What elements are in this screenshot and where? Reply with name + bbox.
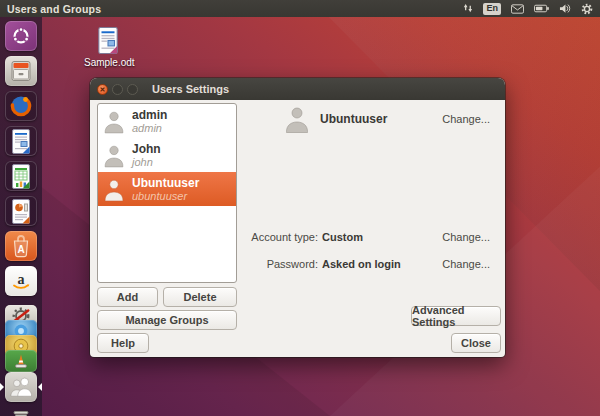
mail-icon[interactable] [511,0,524,17]
top-panel: Users and Groups En [0,0,600,17]
dialog-title: Users Settings [152,83,229,95]
change-user-button[interactable]: Change... [442,113,490,125]
indicator-area: En [462,0,593,17]
settings-gear-icon[interactable] [581,0,593,17]
window-close-button[interactable]: ✕ [97,84,108,95]
user-avatar-icon [103,177,125,202]
window-maximize-button[interactable] [127,84,138,95]
libreoffice-writer-icon[interactable] [5,126,37,156]
volume-icon[interactable] [559,0,571,17]
user-login: admin [132,122,167,134]
add-button[interactable]: Add [97,287,158,307]
svg-text:a: a [18,272,25,287]
user-login: john [132,156,161,168]
user-row-ubuntuuser-selected[interactable]: Ubuntuuser ubuntuuser [98,172,236,206]
ubuntu-dash-icon[interactable] [5,21,37,51]
users-and-groups-icon[interactable] [5,372,37,402]
users-settings-dialog: ✕ Users Settings admin admin John [90,78,505,357]
keyboard-layout-arrows-icon[interactable] [462,0,473,17]
window-minimize-button[interactable] [112,84,123,95]
files-file-manager-icon[interactable] [5,56,37,86]
delete-button[interactable]: Delete [163,287,237,307]
battery-icon[interactable] [534,0,549,17]
user-name: admin [132,109,167,122]
focused-app-arrow-right [38,383,42,391]
keyboard-indicator[interactable]: En [483,3,501,15]
change-account-type-button[interactable]: Change... [442,231,490,243]
user-name: John [132,143,161,156]
dialog-titlebar[interactable]: ✕ Users Settings [90,78,505,100]
active-window-title: Users and Groups [7,3,101,15]
user-login: ubuntuuser [132,190,199,202]
unity-launcher: A a [0,17,42,416]
trash-icon[interactable] [5,405,37,416]
user-name: Ubuntuuser [132,177,199,190]
amazon-icon[interactable]: a [5,266,37,296]
user-avatar-icon [103,143,125,168]
change-password-button[interactable]: Change... [442,258,490,270]
selected-user-name: Ubuntuuser [320,112,387,126]
libreoffice-calc-icon[interactable] [5,161,37,191]
password-label: Password: [230,258,318,270]
libreoffice-impress-icon[interactable] [5,196,37,226]
help-button[interactable]: Help [97,333,149,353]
svg-text:A: A [17,244,24,255]
user-row-admin[interactable]: admin admin [98,104,236,138]
vlc-cone-icon[interactable] [5,350,37,372]
password-value: Asked on login [322,258,401,270]
close-button[interactable]: Close [451,333,501,353]
desktop-screen: Users and Groups En [0,0,600,416]
desktop-file-sample-odt[interactable]: Sample.odt [84,25,132,68]
user-avatar-icon [103,109,125,134]
account-type-value: Custom [322,231,363,243]
writer-document-icon [95,25,121,56]
user-list: admin admin John john Ubuntuuser [97,103,237,283]
account-type-label: Account type: [230,231,318,243]
firefox-icon[interactable] [5,91,37,121]
desktop-file-label: Sample.odt [84,57,132,68]
manage-groups-button[interactable]: Manage Groups [97,310,237,330]
ubuntu-software-center-icon[interactable]: A [5,231,37,261]
advanced-settings-button[interactable]: Advanced Settings [411,306,501,326]
selected-user-avatar-icon [284,104,310,134]
user-row-john[interactable]: John john [98,138,236,172]
focused-app-arrow-left [0,383,4,391]
